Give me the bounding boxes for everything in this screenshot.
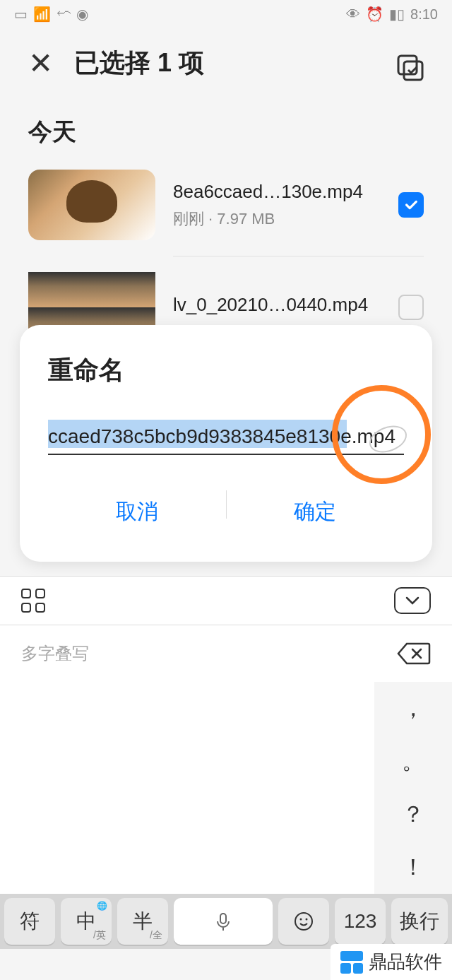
cancel-button[interactable]: 取消 — [48, 490, 226, 533]
status-bar: ▭ 📶 ⬿ ◉ 👁 ⏰ ▮▯ 8:10 — [0, 0, 452, 28]
status-time: 8:10 — [410, 6, 438, 23]
period-key[interactable]: 。 — [374, 735, 452, 788]
file-name: 8ea6ccaed…130e.mp4 — [173, 181, 381, 203]
file-name: lv_0_20210…0440.mp4 — [173, 294, 381, 316]
file-info: lv_0_20210…0440.mp4 — [173, 294, 381, 321]
svg-point-3 — [295, 913, 312, 930]
collapse-keyboard-icon[interactable] — [394, 587, 431, 614]
selection-header: ✕ 已选择 1 项 — [0, 28, 452, 98]
signal-icon: 📶 — [33, 6, 51, 23]
emoji-key[interactable] — [278, 898, 329, 945]
width-key[interactable]: 半 /全 — [117, 898, 168, 945]
wifi-icon: ⬿ — [56, 6, 71, 23]
svg-rect-0 — [398, 56, 417, 74]
watermark-text: 鼎品软件 — [369, 950, 442, 974]
ime-suggest-bar: 多字叠写 — [0, 625, 452, 682]
handwriting-area[interactable] — [0, 682, 374, 894]
ime-toolbar — [0, 576, 452, 625]
alarm-icon: ⏰ — [366, 6, 383, 23]
symbol-key[interactable]: 符 — [4, 898, 55, 945]
video-thumbnail — [28, 170, 155, 240]
svg-rect-2 — [220, 914, 226, 923]
file-checkbox[interactable] — [398, 192, 424, 218]
globe-icon: 🌐 — [97, 901, 107, 911]
status-left: ▭ 📶 ⬿ ◉ — [14, 6, 88, 23]
watermark-icon — [340, 951, 363, 974]
close-button[interactable]: ✕ — [28, 46, 53, 81]
smile-icon — [293, 911, 314, 932]
mic-icon — [213, 911, 234, 932]
numeric-key[interactable]: 123 — [335, 898, 386, 945]
dialog-actions: 取消 确定 — [48, 490, 404, 533]
confirm-button[interactable]: 确定 — [227, 490, 405, 533]
file-list: 8ea6ccaed…130e.mp4 刚刚 · 7.97 MB lv_0_202… — [0, 163, 452, 350]
select-all-button[interactable] — [396, 53, 424, 81]
section-today: 今天 — [0, 98, 452, 163]
backspace-key[interactable] — [397, 641, 431, 666]
dialog-title: 重命名 — [48, 353, 404, 388]
hd-icon: ▭ — [14, 6, 28, 23]
punctuation-column: ， 。 ？ ！ — [374, 682, 452, 894]
header-title: 已选择 1 项 — [74, 46, 204, 81]
watermark: 鼎品软件 — [331, 944, 452, 980]
enter-key[interactable]: 换行 — [391, 898, 448, 945]
eye-icon: 👁 — [346, 6, 360, 23]
input-wrapper — [48, 420, 404, 455]
nfc-icon: ◉ — [76, 6, 88, 23]
question-key[interactable]: ？ — [374, 788, 452, 841]
rename-input[interactable] — [48, 420, 404, 455]
file-info: 8ea6ccaed…130e.mp4 刚刚 · 7.97 MB — [173, 181, 381, 230]
keyboard-bottom-row: 符 🌐 中 /英 半 /全 123 换行 — [0, 894, 452, 949]
space-key[interactable] — [174, 898, 273, 945]
exclaim-key[interactable]: ！ — [374, 841, 452, 894]
status-right: 👁 ⏰ ▮▯ 8:10 — [346, 6, 438, 23]
file-item[interactable]: 8ea6ccaed…130e.mp4 刚刚 · 7.97 MB — [28, 163, 424, 247]
handwrite-hint: 多字叠写 — [21, 642, 89, 665]
rename-dialog: 重命名 取消 确定 — [20, 325, 432, 562]
battery-icon: ▮▯ — [389, 6, 405, 23]
language-key[interactable]: 🌐 中 /英 — [61, 898, 112, 945]
svg-point-5 — [306, 919, 308, 921]
ime-menu-icon[interactable] — [21, 589, 45, 613]
divider — [173, 256, 424, 256]
comma-key[interactable]: ， — [374, 682, 452, 735]
svg-point-4 — [300, 919, 302, 921]
file-meta: 刚刚 · 7.97 MB — [173, 208, 381, 230]
file-checkbox[interactable] — [398, 295, 424, 320]
